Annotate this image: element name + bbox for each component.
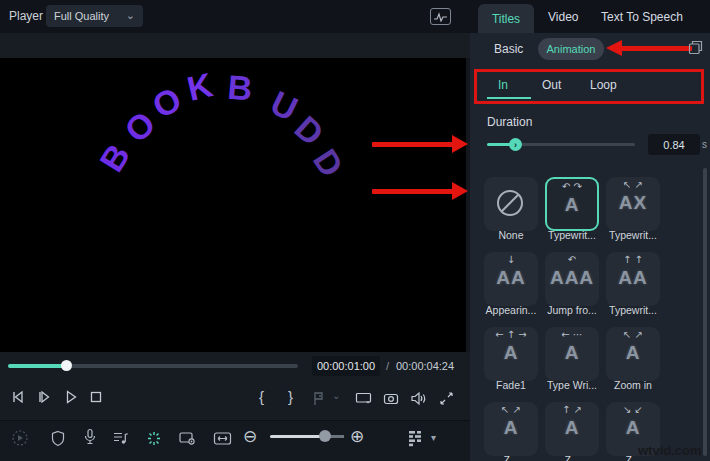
duration-slider-handle[interactable]: › — [509, 138, 522, 151]
anim-arrows-icon: ↘ ↙ — [606, 404, 660, 415]
preset-tile-none[interactable] — [484, 177, 538, 231]
anim-arrows-icon: ↖ ↗ — [606, 179, 660, 190]
zoom-out-icon[interactable]: ⊖ — [243, 428, 257, 444]
duration-value-field[interactable]: 0.84 — [648, 134, 700, 155]
preset-tile-typewriter-selected[interactable]: ↶ ↷ A — [545, 177, 599, 231]
arc-title-letter: D — [287, 108, 331, 153]
next-frame-button[interactable] — [34, 387, 54, 407]
preset-label: Appearin... — [480, 304, 542, 316]
anim-arrows-icon: ← ⋯ — [545, 329, 599, 340]
timeline-toolbar — [0, 420, 470, 461]
anim-letter-icon: AX — [606, 192, 660, 214]
anim-letter-icon: AA — [484, 267, 538, 289]
anim-arrows-icon: ↶ ↷ — [547, 181, 597, 192]
subtab-animation[interactable]: Animation — [538, 38, 604, 60]
anim-letter-icon: A — [484, 342, 538, 364]
anim-letter-icon: A — [606, 342, 660, 364]
anim-arrows-icon: ↑ ↗ — [545, 404, 599, 415]
preset-label: Fade1 — [480, 379, 542, 391]
preset-tile[interactable]: ↖ ↗ A — [606, 327, 660, 381]
annotation-arrow-animation — [620, 46, 692, 51]
preset-label: None — [480, 229, 542, 241]
preset-tile[interactable]: ↓ AA — [484, 252, 538, 306]
watermark-text: wtvid.com — [638, 443, 702, 458]
track-manager-icon[interactable] — [405, 428, 425, 448]
timeline-zoom-slider-handle[interactable] — [319, 430, 331, 442]
display-device-icon[interactable] — [353, 388, 373, 408]
timecode-total: 00:00:04:24 — [396, 360, 454, 372]
anim-letter-icon: A — [545, 417, 599, 439]
preset-tile[interactable]: ↖ ↗ AX — [606, 177, 660, 231]
volume-speaker-icon[interactable] — [408, 388, 428, 408]
mark-in-button[interactable]: { — [259, 388, 264, 405]
preset-tile[interactable]: ← ↑ → A — [484, 327, 538, 381]
previous-frame-button[interactable] — [8, 387, 28, 407]
preset-label: Typewrit... — [602, 229, 664, 241]
play-button[interactable] — [61, 387, 81, 407]
panel-scrollbar[interactable] — [703, 168, 707, 456]
preset-tile[interactable]: ↑ ↗ A — [545, 402, 599, 456]
anim-letter-icon: AAA — [545, 267, 599, 289]
seek-bar-handle[interactable] — [61, 360, 72, 371]
anim-tab-in[interactable]: In — [498, 78, 508, 92]
subtab-basic[interactable]: Basic — [494, 42, 523, 56]
preset-label: Z... — [541, 454, 603, 461]
timecode-current: 00:00:01:00 — [312, 356, 380, 376]
chevron-down-icon: ⌄ — [126, 11, 135, 21]
microphone-icon[interactable] — [80, 427, 100, 447]
marker-icon[interactable] — [308, 388, 328, 408]
preset-label: Typewrit... — [541, 229, 603, 241]
tab-text-to-speech[interactable]: Text To Speech — [601, 10, 683, 24]
annotation-arrowhead-right-icon — [452, 135, 468, 153]
anim-letter-icon: A — [547, 194, 597, 216]
arc-title-letter: B — [226, 68, 254, 109]
scope-waveform-icon[interactable] — [430, 8, 451, 25]
anim-tab-out[interactable]: Out — [542, 78, 561, 92]
stop-button[interactable] — [86, 387, 106, 407]
duration-unit: s — [702, 139, 707, 150]
preset-tile[interactable]: ← ⋯ A — [545, 327, 599, 381]
preset-label: Jump fro... — [541, 304, 603, 316]
anim-tab-loop[interactable]: Loop — [590, 78, 617, 92]
player-sub-strip — [0, 33, 470, 58]
anim-arrows-icon: ↓ — [484, 254, 538, 265]
preset-label: Z... — [480, 454, 542, 461]
tab-video[interactable]: Video — [548, 10, 578, 24]
zoom-in-icon[interactable]: ⊕ — [350, 428, 364, 444]
annotation-arrow-duration — [372, 142, 454, 147]
arc-title-letter: D — [305, 142, 351, 184]
anim-arrows-icon: ↖ ↗ — [484, 404, 538, 415]
anim-letter-icon: A — [484, 417, 538, 439]
quality-dropdown[interactable]: Full Quality ⌄ — [46, 5, 143, 27]
annotation-arrow-presets — [372, 189, 454, 194]
split-icon[interactable] — [144, 428, 164, 448]
timecode-separator: / — [386, 360, 389, 372]
crop-preview-eye-icon[interactable] — [177, 428, 197, 448]
anim-arrows-icon: ↶ — [545, 254, 599, 265]
arc-title-letter: K — [184, 65, 217, 109]
audio-mixer-icon[interactable] — [110, 428, 130, 448]
fullscreen-icon[interactable] — [436, 388, 456, 408]
duration-label: Duration — [487, 115, 532, 129]
preset-tile[interactable]: ↖ ↗ A — [484, 402, 538, 456]
preset-tile[interactable]: ↶ AAA — [545, 252, 599, 306]
marker-chevron-icon[interactable]: ⌄ — [332, 390, 340, 401]
quality-dropdown-value: Full Quality — [54, 10, 126, 22]
preset-tile[interactable]: ↑ ↑ AA — [606, 252, 660, 306]
snapshot-camera-icon[interactable] — [381, 388, 401, 408]
anim-letter-icon: A — [545, 342, 599, 364]
player-panel-title: Player — [9, 9, 43, 23]
range-selection-icon[interactable] — [212, 428, 232, 448]
save-preset-icon[interactable] — [688, 40, 703, 55]
anim-tab-in-underline — [487, 97, 531, 99]
preview-canvas[interactable]: B O O K B U D D — [0, 58, 466, 352]
arc-title-letter: O — [146, 80, 188, 127]
video-editor-window: Player Full Quality ⌄ B O O K B U D D 00… — [0, 0, 710, 461]
mark-out-button[interactable]: } — [288, 388, 293, 405]
tab-titles[interactable]: Titles — [478, 4, 534, 33]
annotation-arrowhead-right-icon — [452, 182, 468, 200]
render-preview-icon[interactable] — [10, 428, 30, 448]
preset-label: Type Wri... — [541, 379, 603, 391]
shield-icon[interactable] — [48, 428, 68, 448]
track-manager-caret-icon[interactable]: ▾ — [431, 432, 436, 443]
